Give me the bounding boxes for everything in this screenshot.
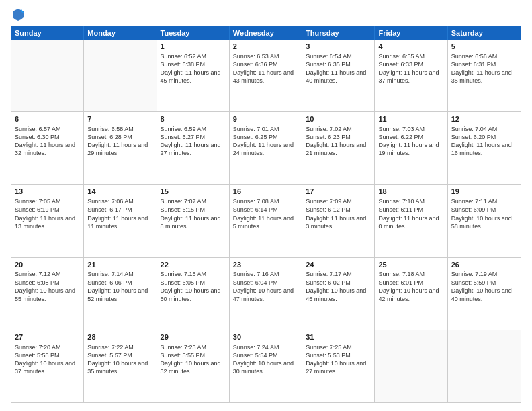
- sunrise-text: Sunrise: 6:52 AM: [161, 53, 207, 60]
- sunrise-text: Sunrise: 7:01 AM: [233, 126, 279, 132]
- sunset-text: Sunset: 6:28 PM: [87, 134, 132, 140]
- daylight-text: Daylight: 11 hours and 8 minutes.: [161, 215, 221, 230]
- day-number: 9: [233, 114, 298, 124]
- daylight-text: Daylight: 10 hours and 37 minutes.: [15, 360, 75, 375]
- day-cell-17: 17Sunrise: 7:09 AMSunset: 6:12 PMDayligh…: [302, 185, 375, 257]
- daylight-text: Daylight: 11 hours and 16 minutes.: [451, 142, 512, 156]
- sunrise-text: Sunrise: 7:15 AM: [161, 271, 207, 277]
- sunrise-text: Sunrise: 6:56 AM: [451, 53, 498, 60]
- sunrise-text: Sunrise: 7:24 AM: [233, 344, 279, 351]
- sunset-text: Sunset: 6:30 PM: [15, 134, 60, 140]
- day-number: 18: [378, 187, 443, 197]
- daylight-text: Daylight: 10 hours and 40 minutes.: [451, 287, 512, 302]
- day-number: 2: [233, 42, 298, 52]
- week-row-4: 20Sunrise: 7:12 AMSunset: 6:08 PMDayligh…: [11, 257, 521, 330]
- sunrise-text: Sunrise: 7:23 AM: [161, 344, 207, 351]
- day-cell-21: 21Sunrise: 7:14 AMSunset: 6:06 PMDayligh…: [84, 258, 157, 330]
- week-row-3: 13Sunrise: 7:05 AMSunset: 6:19 PMDayligh…: [11, 184, 521, 257]
- sunset-text: Sunset: 6:27 PM: [161, 134, 206, 140]
- day-header-wednesday: Wednesday: [230, 26, 302, 40]
- day-header-friday: Friday: [375, 26, 447, 40]
- day-number: 17: [306, 187, 371, 197]
- sunset-text: Sunset: 6:38 PM: [161, 61, 206, 68]
- day-cell-19: 19Sunrise: 7:11 AMSunset: 6:09 PMDayligh…: [448, 185, 521, 257]
- day-number: 28: [87, 332, 152, 342]
- sunset-text: Sunset: 6:35 PM: [306, 61, 351, 68]
- logo-general: [11, 8, 26, 21]
- day-cell-6: 6Sunrise: 6:57 AMSunset: 6:30 PMDaylight…: [11, 112, 84, 184]
- day-number: 10: [306, 114, 371, 124]
- day-number: 31: [306, 332, 371, 342]
- sunset-text: Sunset: 5:59 PM: [451, 279, 496, 286]
- daylight-text: Daylight: 11 hours and 35 minutes.: [451, 69, 512, 84]
- day-cell-11: 11Sunrise: 7:03 AMSunset: 6:22 PMDayligh…: [375, 112, 447, 184]
- sunrise-text: Sunrise: 6:58 AM: [87, 126, 134, 132]
- day-number: 8: [161, 114, 226, 124]
- logo: [11, 8, 26, 20]
- sunset-text: Sunset: 6:17 PM: [87, 206, 132, 213]
- daylight-text: Daylight: 11 hours and 13 minutes.: [15, 215, 75, 230]
- day-number: 4: [378, 42, 443, 52]
- sunset-text: Sunset: 5:55 PM: [161, 352, 206, 359]
- day-cell-9: 9Sunrise: 7:01 AMSunset: 6:25 PMDaylight…: [230, 112, 302, 184]
- sunrise-text: Sunrise: 7:12 AM: [15, 271, 61, 277]
- day-cell-13: 13Sunrise: 7:05 AMSunset: 6:19 PMDayligh…: [11, 185, 84, 257]
- sunrise-text: Sunrise: 6:53 AM: [233, 53, 279, 60]
- sunset-text: Sunset: 6:11 PM: [378, 206, 423, 213]
- sunset-text: Sunset: 6:04 PM: [233, 279, 278, 286]
- daylight-text: Daylight: 10 hours and 35 minutes.: [87, 360, 148, 375]
- day-cell-14: 14Sunrise: 7:06 AMSunset: 6:17 PMDayligh…: [84, 185, 157, 257]
- day-number: 14: [87, 187, 152, 197]
- calendar-body: 1Sunrise: 6:52 AMSunset: 6:38 PMDaylight…: [11, 40, 521, 402]
- day-cell-3: 3Sunrise: 6:54 AMSunset: 6:35 PMDaylight…: [302, 40, 375, 111]
- sunset-text: Sunset: 5:57 PM: [87, 352, 132, 359]
- day-number: 20: [15, 260, 80, 270]
- day-cell-1: 1Sunrise: 6:52 AMSunset: 6:38 PMDaylight…: [157, 40, 230, 111]
- sunset-text: Sunset: 6:19 PM: [15, 206, 60, 213]
- day-cell-30: 30Sunrise: 7:24 AMSunset: 5:54 PMDayligh…: [230, 330, 302, 402]
- sunrise-text: Sunrise: 7:07 AM: [161, 198, 207, 205]
- sunrise-text: Sunrise: 7:02 AM: [306, 126, 352, 132]
- day-cell-8: 8Sunrise: 6:59 AMSunset: 6:27 PMDaylight…: [157, 112, 230, 184]
- day-cell-24: 24Sunrise: 7:17 AMSunset: 6:02 PMDayligh…: [302, 258, 375, 330]
- day-number: 27: [15, 332, 80, 342]
- day-number: 21: [87, 260, 152, 270]
- sunrise-text: Sunrise: 7:17 AM: [306, 271, 352, 277]
- day-number: 29: [161, 332, 226, 342]
- daylight-text: Daylight: 11 hours and 5 minutes.: [233, 215, 294, 230]
- empty-cell: [375, 330, 447, 402]
- daylight-text: Daylight: 11 hours and 40 minutes.: [306, 69, 366, 84]
- week-row-5: 27Sunrise: 7:20 AMSunset: 5:58 PMDayligh…: [11, 330, 521, 402]
- day-number: 12: [451, 114, 517, 124]
- sunset-text: Sunset: 6:05 PM: [161, 279, 206, 286]
- empty-cell: [11, 40, 84, 111]
- day-cell-4: 4Sunrise: 6:55 AMSunset: 6:33 PMDaylight…: [375, 40, 447, 111]
- sunrise-text: Sunrise: 7:22 AM: [87, 344, 134, 351]
- day-number: 11: [378, 114, 443, 124]
- day-number: 25: [378, 260, 443, 270]
- sunset-text: Sunset: 6:22 PM: [378, 134, 423, 140]
- day-cell-28: 28Sunrise: 7:22 AMSunset: 5:57 PMDayligh…: [84, 330, 157, 402]
- sunset-text: Sunset: 6:25 PM: [233, 134, 278, 140]
- daylight-text: Daylight: 11 hours and 45 minutes.: [161, 69, 221, 84]
- day-cell-22: 22Sunrise: 7:15 AMSunset: 6:05 PMDayligh…: [157, 258, 230, 330]
- sunrise-text: Sunrise: 7:04 AM: [451, 126, 498, 132]
- sunset-text: Sunset: 6:12 PM: [306, 206, 351, 213]
- sunrise-text: Sunrise: 7:20 AM: [15, 344, 61, 351]
- daylight-text: Daylight: 11 hours and 37 minutes.: [378, 69, 439, 84]
- day-cell-27: 27Sunrise: 7:20 AMSunset: 5:58 PMDayligh…: [11, 330, 84, 402]
- sunrise-text: Sunrise: 7:16 AM: [233, 271, 279, 277]
- day-cell-31: 31Sunrise: 7:25 AMSunset: 5:53 PMDayligh…: [302, 330, 375, 402]
- sunset-text: Sunset: 6:14 PM: [233, 206, 278, 213]
- sunset-text: Sunset: 6:33 PM: [378, 61, 423, 68]
- daylight-text: Daylight: 11 hours and 29 minutes.: [87, 142, 148, 156]
- day-cell-15: 15Sunrise: 7:07 AMSunset: 6:15 PMDayligh…: [157, 185, 230, 257]
- sunrise-text: Sunrise: 6:57 AM: [15, 126, 61, 132]
- day-number: 16: [233, 187, 298, 197]
- sunrise-text: Sunrise: 7:14 AM: [87, 271, 134, 277]
- day-number: 5: [451, 42, 517, 52]
- day-cell-26: 26Sunrise: 7:19 AMSunset: 5:59 PMDayligh…: [448, 258, 521, 330]
- logo-icon: [12, 8, 24, 21]
- day-cell-25: 25Sunrise: 7:18 AMSunset: 6:01 PMDayligh…: [375, 258, 447, 330]
- day-number: 15: [161, 187, 226, 197]
